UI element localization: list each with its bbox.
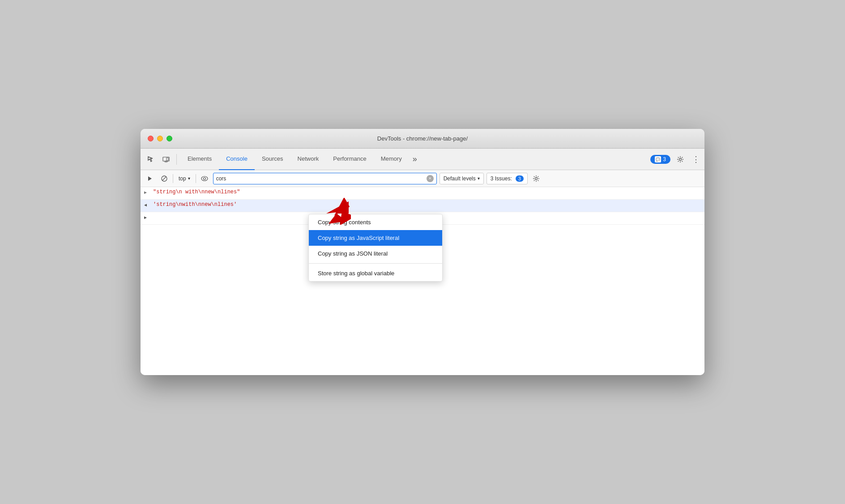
search-box: × [213, 173, 437, 184]
console-input-2: 'string\nwith\nnew\nlines' [153, 201, 701, 208]
search-clear-button[interactable]: × [427, 175, 434, 182]
clear-icon [161, 175, 167, 182]
input-arrow-2: ◀ [144, 201, 151, 208]
menu-item-store-global[interactable]: Store string as global variable [309, 265, 442, 281]
toolbar-divider-1 [176, 154, 177, 165]
issues-button[interactable]: 3 Issues: 3 [487, 173, 528, 184]
filter-input[interactable] [216, 175, 427, 182]
menu-item-copy-js-literal[interactable]: Copy string as JavaScript literal [309, 230, 442, 246]
console-row-2: ◀ 'string\nwith\nnew\nlines' [141, 200, 704, 212]
inspect-icon [147, 156, 154, 163]
device-toolbar-button[interactable] [159, 153, 173, 166]
more-tabs-button[interactable]: » [409, 149, 421, 170]
settings-button[interactable] [674, 153, 687, 166]
issues-count-label: 3 [663, 156, 666, 162]
console-settings-button[interactable] [530, 173, 542, 184]
tab-network[interactable]: Network [290, 149, 326, 170]
device-icon [162, 156, 170, 163]
tab-console[interactable]: Console [219, 149, 255, 170]
svg-marker-6 [148, 176, 152, 181]
toolbar-right: 💬 3 ⋮ [650, 153, 701, 166]
log-levels-selector[interactable]: Default levels ▾ [440, 173, 484, 184]
expand-arrow-1[interactable]: ▶ [144, 189, 151, 195]
devtools-window: DevTools - chrome://new-tab-page/ Elemen… [141, 129, 704, 375]
console-content: ▶ "string\n with\nnew\nlines" ◀ 'string\… [141, 187, 704, 375]
svg-marker-13 [326, 201, 349, 224]
svg-point-10 [203, 177, 205, 179]
svg-text:💬: 💬 [656, 157, 660, 162]
tab-performance[interactable]: Performance [326, 149, 373, 170]
inspect-element-button[interactable] [144, 153, 158, 166]
console-gear-icon [533, 175, 540, 182]
issues-badge[interactable]: 💬 3 [650, 155, 670, 164]
svg-point-5 [679, 158, 682, 160]
menu-separator-1 [309, 263, 442, 264]
svg-rect-1 [165, 161, 167, 162]
eye-button[interactable] [199, 173, 210, 184]
tab-sources[interactable]: Sources [255, 149, 290, 170]
console-output-1: "string\n with\nnew\nlines" [153, 189, 701, 195]
console-row-1: ▶ "string\n with\nnew\nlines" [141, 187, 704, 200]
more-options-button[interactable]: ⋮ [690, 153, 701, 166]
prompt-arrow-3[interactable]: ▶ [144, 214, 151, 220]
minimize-button[interactable] [157, 136, 163, 141]
svg-rect-2 [166, 158, 168, 161]
title-bar: DevTools - chrome://new-tab-page/ [141, 129, 704, 149]
run-script-button[interactable] [144, 173, 156, 184]
filter-divider-2 [196, 174, 196, 183]
menu-item-copy-json-literal[interactable]: Copy string as JSON literal [309, 246, 442, 261]
tab-bar: Elements Console Sources Network Perform… [180, 149, 649, 170]
run-icon [147, 175, 153, 182]
eye-icon [201, 176, 208, 181]
filter-divider-1 [173, 174, 173, 183]
clear-console-button[interactable] [158, 173, 170, 184]
tab-elements[interactable]: Elements [180, 149, 219, 170]
console-filter-bar: top ▾ × Default levels ▾ 3 Issues: 3 [141, 170, 704, 187]
svg-point-9 [201, 176, 208, 181]
devtools-toolbar: Elements Console Sources Network Perform… [141, 149, 704, 170]
traffic-lights [148, 136, 172, 141]
close-button[interactable] [148, 136, 154, 141]
window-title: DevTools - chrome://new-tab-page/ [377, 135, 468, 142]
annotation-arrow [306, 198, 351, 225]
gear-icon [677, 156, 684, 163]
svg-point-11 [535, 177, 537, 179]
svg-line-8 [162, 177, 166, 180]
issues-icon: 💬 [655, 156, 661, 162]
arrow-annotation [306, 198, 351, 226]
maximize-button[interactable] [166, 136, 172, 141]
issues-count-badge: 3 [516, 175, 524, 182]
context-selector[interactable]: top ▾ [176, 175, 193, 183]
tab-memory[interactable]: Memory [374, 149, 409, 170]
